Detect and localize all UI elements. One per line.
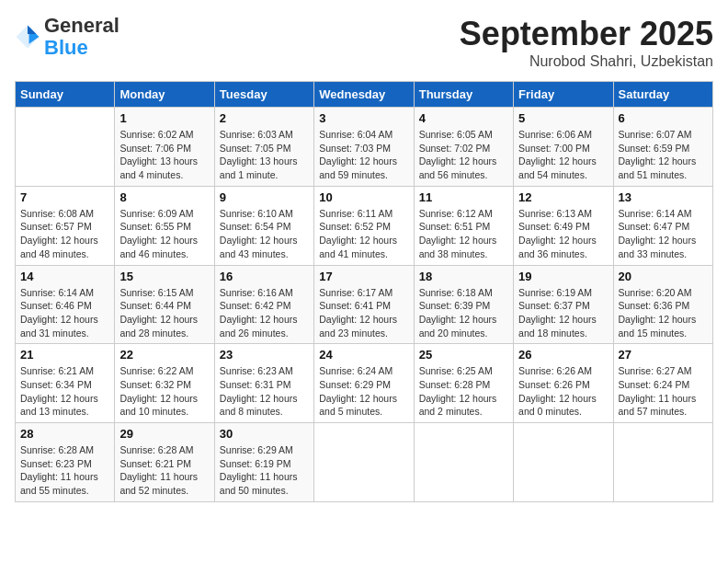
calendar-cell: 13Sunrise: 6:14 AM Sunset: 6:47 PM Dayli… xyxy=(613,186,712,265)
calendar-cell: 30Sunrise: 6:29 AM Sunset: 6:19 PM Dayli… xyxy=(214,423,313,502)
day-info: Sunrise: 6:11 AM Sunset: 6:52 PM Dayligh… xyxy=(319,207,408,261)
day-number: 17 xyxy=(319,270,408,283)
day-number: 18 xyxy=(419,270,508,283)
col-header-thursday: Thursday xyxy=(414,82,513,108)
calendar-cell: 18Sunrise: 6:18 AM Sunset: 6:39 PM Dayli… xyxy=(414,265,513,344)
calendar-cell: 14Sunrise: 6:14 AM Sunset: 6:46 PM Dayli… xyxy=(16,265,115,344)
day-info: Sunrise: 6:04 AM Sunset: 7:03 PM Dayligh… xyxy=(319,128,408,182)
calendar-cell: 26Sunrise: 6:26 AM Sunset: 6:26 PM Dayli… xyxy=(514,344,613,423)
day-info: Sunrise: 6:18 AM Sunset: 6:39 PM Dayligh… xyxy=(419,286,508,340)
day-info: Sunrise: 6:21 AM Sunset: 6:34 PM Dayligh… xyxy=(20,364,109,419)
calendar-cell: 29Sunrise: 6:28 AM Sunset: 6:21 PM Dayli… xyxy=(115,423,214,502)
calendar-cell: 9Sunrise: 6:10 AM Sunset: 6:54 PM Daylig… xyxy=(214,186,313,265)
day-info: Sunrise: 6:05 AM Sunset: 7:02 PM Dayligh… xyxy=(419,128,508,182)
logo-icon xyxy=(15,24,40,50)
day-number: 25 xyxy=(419,348,508,362)
day-number: 3 xyxy=(319,111,408,125)
day-number: 14 xyxy=(20,270,109,283)
day-info: Sunrise: 6:22 AM Sunset: 6:32 PM Dayligh… xyxy=(119,364,209,419)
calendar-cell: 19Sunrise: 6:19 AM Sunset: 6:37 PM Dayli… xyxy=(514,265,613,344)
day-number: 9 xyxy=(220,190,309,204)
calendar-cell: 2Sunrise: 6:03 AM Sunset: 7:05 PM Daylig… xyxy=(214,108,313,187)
calendar-cell: 23Sunrise: 6:23 AM Sunset: 6:31 PM Dayli… xyxy=(214,344,313,423)
calendar-cell: 10Sunrise: 6:11 AM Sunset: 6:52 PM Dayli… xyxy=(314,186,414,265)
day-number: 8 xyxy=(119,190,209,204)
day-number: 22 xyxy=(119,348,209,362)
day-number: 2 xyxy=(220,111,309,125)
calendar-cell: 5Sunrise: 6:06 AM Sunset: 7:00 PM Daylig… xyxy=(514,108,613,187)
calendar-cell: 27Sunrise: 6:27 AM Sunset: 6:24 PM Dayli… xyxy=(613,344,712,423)
calendar-cell: 16Sunrise: 6:16 AM Sunset: 6:42 PM Dayli… xyxy=(214,265,313,344)
calendar-week-row: 7Sunrise: 6:08 AM Sunset: 6:57 PM Daylig… xyxy=(16,186,713,265)
title-area: September 2025 Nurobod Shahri, Uzbekista… xyxy=(460,15,713,70)
day-info: Sunrise: 6:25 AM Sunset: 6:28 PM Dayligh… xyxy=(419,364,508,419)
day-info: Sunrise: 6:03 AM Sunset: 7:05 PM Dayligh… xyxy=(220,128,309,182)
calendar-cell xyxy=(414,423,513,502)
calendar-cell: 21Sunrise: 6:21 AM Sunset: 6:34 PM Dayli… xyxy=(16,344,115,423)
calendar-cell: 1Sunrise: 6:02 AM Sunset: 7:06 PM Daylig… xyxy=(115,108,214,187)
calendar-cell: 17Sunrise: 6:17 AM Sunset: 6:41 PM Dayli… xyxy=(314,265,414,344)
day-number: 29 xyxy=(119,427,209,441)
calendar-cell: 22Sunrise: 6:22 AM Sunset: 6:32 PM Dayli… xyxy=(115,344,214,423)
day-info: Sunrise: 6:23 AM Sunset: 6:31 PM Dayligh… xyxy=(220,364,309,419)
logo-general-text: General xyxy=(44,14,119,37)
calendar-table: SundayMondayTuesdayWednesdayThursdayFrid… xyxy=(15,81,713,502)
day-number: 23 xyxy=(220,348,309,362)
month-title: September 2025 xyxy=(460,15,713,53)
day-number: 6 xyxy=(619,111,708,125)
day-number: 26 xyxy=(518,348,608,362)
calendar-cell: 12Sunrise: 6:13 AM Sunset: 6:49 PM Dayli… xyxy=(514,186,613,265)
day-info: Sunrise: 6:14 AM Sunset: 6:47 PM Dayligh… xyxy=(619,207,708,261)
day-number: 16 xyxy=(220,270,309,283)
day-number: 28 xyxy=(20,427,109,441)
day-number: 11 xyxy=(419,190,508,204)
day-number: 4 xyxy=(419,111,508,125)
calendar-week-row: 28Sunrise: 6:28 AM Sunset: 6:23 PM Dayli… xyxy=(16,423,713,502)
day-number: 24 xyxy=(319,348,408,362)
calendar-cell: 4Sunrise: 6:05 AM Sunset: 7:02 PM Daylig… xyxy=(414,108,513,187)
calendar-cell xyxy=(314,423,414,502)
col-header-sunday: Sunday xyxy=(16,82,115,108)
calendar-cell: 8Sunrise: 6:09 AM Sunset: 6:55 PM Daylig… xyxy=(115,186,214,265)
day-number: 15 xyxy=(119,270,209,283)
svg-marker-2 xyxy=(28,26,36,34)
logo-blue-text: Blue xyxy=(44,36,88,59)
col-header-friday: Friday xyxy=(514,82,613,108)
day-number: 12 xyxy=(518,190,608,204)
calendar-cell: 25Sunrise: 6:25 AM Sunset: 6:28 PM Dayli… xyxy=(414,344,513,423)
calendar-cell: 20Sunrise: 6:20 AM Sunset: 6:36 PM Dayli… xyxy=(613,265,712,344)
day-info: Sunrise: 6:26 AM Sunset: 6:26 PM Dayligh… xyxy=(518,364,608,419)
calendar-cell: 28Sunrise: 6:28 AM Sunset: 6:23 PM Dayli… xyxy=(16,423,115,502)
day-number: 30 xyxy=(220,427,309,441)
day-info: Sunrise: 6:19 AM Sunset: 6:37 PM Dayligh… xyxy=(518,286,608,340)
col-header-monday: Monday xyxy=(115,82,214,108)
calendar-week-row: 1Sunrise: 6:02 AM Sunset: 7:06 PM Daylig… xyxy=(16,108,713,187)
day-info: Sunrise: 6:06 AM Sunset: 7:00 PM Dayligh… xyxy=(518,128,608,182)
day-number: 13 xyxy=(619,190,708,204)
day-info: Sunrise: 6:28 AM Sunset: 6:23 PM Dayligh… xyxy=(20,443,109,498)
day-info: Sunrise: 6:07 AM Sunset: 6:59 PM Dayligh… xyxy=(619,128,708,182)
calendar-cell: 15Sunrise: 6:15 AM Sunset: 6:44 PM Dayli… xyxy=(115,265,214,344)
calendar-cell xyxy=(613,423,712,502)
day-info: Sunrise: 6:15 AM Sunset: 6:44 PM Dayligh… xyxy=(119,286,209,340)
calendar-header-row: SundayMondayTuesdayWednesdayThursdayFrid… xyxy=(16,82,713,108)
day-number: 27 xyxy=(619,348,708,362)
day-info: Sunrise: 6:17 AM Sunset: 6:41 PM Dayligh… xyxy=(319,286,408,340)
day-info: Sunrise: 6:14 AM Sunset: 6:46 PM Dayligh… xyxy=(20,286,109,340)
calendar-cell: 3Sunrise: 6:04 AM Sunset: 7:03 PM Daylig… xyxy=(314,108,414,187)
calendar-cell xyxy=(16,108,115,187)
col-header-wednesday: Wednesday xyxy=(314,82,414,108)
calendar-cell xyxy=(514,423,613,502)
day-info: Sunrise: 6:16 AM Sunset: 6:42 PM Dayligh… xyxy=(220,286,309,340)
day-info: Sunrise: 6:02 AM Sunset: 7:06 PM Dayligh… xyxy=(119,128,209,182)
calendar-week-row: 14Sunrise: 6:14 AM Sunset: 6:46 PM Dayli… xyxy=(16,265,713,344)
day-info: Sunrise: 6:29 AM Sunset: 6:19 PM Dayligh… xyxy=(220,443,309,498)
calendar-week-row: 21Sunrise: 6:21 AM Sunset: 6:34 PM Dayli… xyxy=(16,344,713,423)
day-number: 5 xyxy=(518,111,608,125)
day-info: Sunrise: 6:08 AM Sunset: 6:57 PM Dayligh… xyxy=(20,207,109,261)
day-number: 10 xyxy=(319,190,408,204)
calendar-cell: 24Sunrise: 6:24 AM Sunset: 6:29 PM Dayli… xyxy=(314,344,414,423)
day-info: Sunrise: 6:13 AM Sunset: 6:49 PM Dayligh… xyxy=(518,207,608,261)
day-info: Sunrise: 6:28 AM Sunset: 6:21 PM Dayligh… xyxy=(119,443,209,498)
day-number: 1 xyxy=(119,111,209,125)
